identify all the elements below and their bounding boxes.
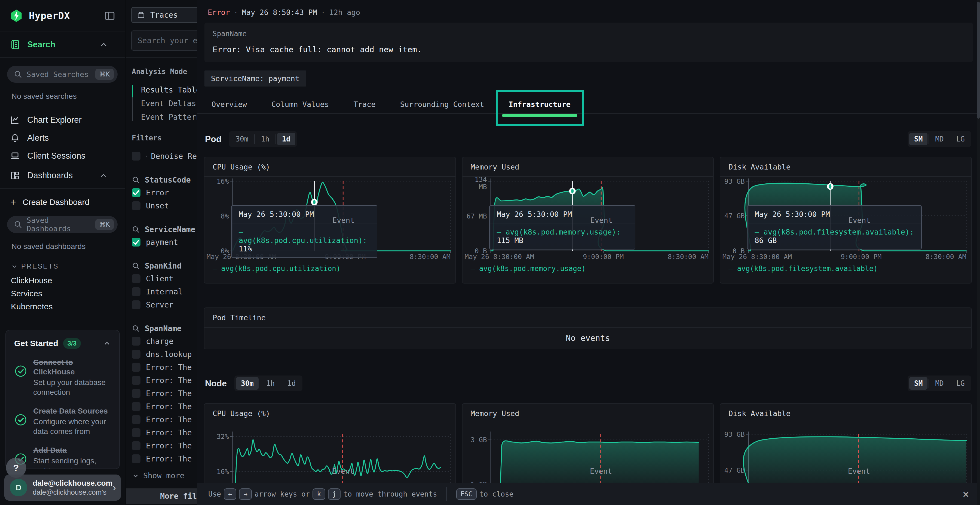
arrow-left-key[interactable]: ← (224, 488, 236, 500)
filter-option[interactable]: Error: The cr (132, 361, 197, 374)
search-icon (14, 220, 22, 229)
filter-option[interactable]: payment (132, 236, 197, 249)
analysis-mode-results-table[interactable]: Results Table (132, 83, 197, 97)
close-icon[interactable]: × (963, 489, 969, 500)
get-started-progress-badge: 3/3 (63, 338, 81, 349)
pod-section-header: Pod 30m1h1d SMMDLG (205, 131, 971, 147)
create-dashboard-button[interactable]: + Create Dashboard (0, 194, 125, 210)
filter-option[interactable]: Error: The cr (132, 413, 197, 426)
filter-option[interactable]: Error (132, 186, 197, 199)
saved-searches-input[interactable]: Saved Searches ⌘K (7, 66, 118, 83)
analysis-mode-event-patterns[interactable]: Event Patterns (132, 110, 197, 124)
checkbox[interactable] (132, 188, 140, 197)
pod-range-1h[interactable]: 1h (256, 133, 274, 145)
pod-range-30m[interactable]: 30m (231, 133, 253, 145)
checkbox[interactable] (132, 441, 140, 450)
filter-option[interactable]: Unset (132, 199, 197, 212)
preset-clickhouse[interactable]: ClickHouse (0, 274, 125, 287)
checkbox[interactable] (132, 287, 140, 296)
service-name-chip[interactable]: ServiceName: payment (204, 70, 306, 87)
user-name: dale@clickhouse.com (33, 479, 113, 488)
checkbox[interactable] (132, 428, 140, 437)
filter-option[interactable]: Internal (132, 285, 197, 298)
event-search-input[interactable]: Search your ev (131, 30, 197, 51)
filter-group-label: StatusCode (145, 176, 191, 184)
sidebar-item-client-sessions[interactable]: Client Sessions (0, 147, 125, 165)
scrollbar-thumb[interactable] (977, 2, 980, 119)
sidebar-item-dashboards[interactable]: Dashboards (0, 167, 125, 184)
svg-text:May 26 8:30:00 AM: May 26 8:30:00 AM (465, 253, 534, 260)
filter-option[interactable]: charge (132, 335, 197, 348)
checkbox[interactable] (132, 402, 140, 411)
checkbox[interactable] (132, 152, 140, 160)
node-size-sm[interactable]: SM (909, 377, 928, 390)
node-section-title: Node (205, 378, 227, 389)
pod-size-md[interactable]: MD (930, 133, 948, 145)
k-key[interactable]: k (312, 488, 325, 500)
checkbox[interactable] (132, 350, 140, 359)
tooltip-time: May 26 5:30:00 PM (232, 206, 377, 223)
collapse-sidebar-icon[interactable] (104, 10, 115, 22)
filter-option-label: dns.lookup (146, 350, 192, 359)
node-range-1h[interactable]: 1h (261, 377, 280, 390)
filter-option[interactable]: Error: The cr (132, 452, 197, 465)
checkbox[interactable] (132, 363, 140, 372)
pod-range-1d[interactable]: 1d (277, 133, 295, 145)
checkbox[interactable] (132, 201, 140, 210)
checkbox[interactable] (132, 389, 140, 398)
pod-size-sm[interactable]: SM (909, 133, 928, 145)
saved-searches-placeholder: Saved Searches (27, 70, 95, 79)
chevron-up-icon[interactable] (103, 339, 111, 348)
checkbox[interactable] (132, 454, 140, 463)
checkbox[interactable] (132, 300, 140, 309)
checkbox[interactable] (132, 274, 140, 283)
pod-disk-tooltip: May 26 5:30:00 PM— avg(k8s.pod.filesyste… (747, 205, 922, 249)
arrow-right-key[interactable]: → (239, 488, 251, 500)
svg-text:47 GB: 47 GB (724, 466, 745, 474)
analysis-mode-event-deltas[interactable]: Event Deltas (132, 97, 197, 110)
tab-trace[interactable]: Trace (346, 95, 382, 113)
more-filters-button[interactable]: More fil (126, 488, 197, 503)
tab-surrounding-context[interactable]: Surrounding Context (393, 95, 492, 113)
pod-memory-event-label: Event (590, 216, 612, 224)
esc-key[interactable]: ESC (456, 488, 477, 500)
sidebar-item-chart-explorer[interactable]: Chart Explorer (0, 111, 125, 129)
sidebar-item-alerts[interactable]: Alerts (0, 129, 125, 147)
show-more-button[interactable]: Show more (132, 471, 197, 480)
presets-list: ClickHouseServicesKubernetes (0, 274, 125, 313)
source-select[interactable]: Traces (131, 7, 197, 23)
step-description: Configure where your data comes from (33, 417, 111, 437)
checkbox[interactable] (132, 415, 140, 424)
pod-size-lg[interactable]: LG (951, 133, 970, 145)
circle-check-icon (14, 365, 27, 378)
preset-services[interactable]: Services (0, 287, 125, 300)
laptop-icon (10, 151, 20, 161)
filter-option[interactable]: Server (132, 298, 197, 311)
node-size-lg[interactable]: LG (951, 377, 970, 390)
checkbox[interactable] (132, 238, 140, 246)
user-menu[interactable]: D dale@clickhouse.com dale@clickhouse.co… (4, 475, 121, 501)
scrollbar[interactable] (977, 0, 980, 505)
node-range-30m[interactable]: 30m (236, 377, 259, 390)
filter-option[interactable]: Error: The cr (132, 374, 197, 387)
node-range-1d[interactable]: 1d (282, 377, 301, 390)
presets-toggle[interactable]: PRESETS (11, 262, 125, 270)
analysis-mode-label: Analysis Mode (132, 67, 197, 76)
checkbox[interactable] (132, 337, 140, 346)
sidebar-item-search[interactable]: Search (0, 32, 125, 58)
filter-option[interactable]: Client (132, 272, 197, 285)
denoise-toggle[interactable]: Denoise Re (132, 150, 197, 163)
j-key[interactable]: j (328, 488, 340, 500)
filter-option[interactable]: Error: The cr (132, 400, 197, 413)
filter-option[interactable]: dns.lookup (132, 348, 197, 361)
filter-option[interactable]: Error: The cr (132, 439, 197, 452)
filter-option[interactable]: Error: The cr (132, 426, 197, 439)
tab-overview[interactable]: Overview (204, 95, 254, 113)
saved-dashboards-input[interactable]: Saved Dashboards ⌘K (7, 216, 118, 233)
node-size-md[interactable]: MD (930, 377, 948, 390)
preset-kubernetes[interactable]: Kubernetes (0, 300, 125, 313)
filter-option[interactable]: Error: The cr (132, 387, 197, 400)
tab-column-values[interactable]: Column Values (264, 95, 336, 113)
checkbox[interactable] (132, 376, 140, 385)
tab-infrastructure[interactable]: Infrastructure (502, 95, 578, 113)
